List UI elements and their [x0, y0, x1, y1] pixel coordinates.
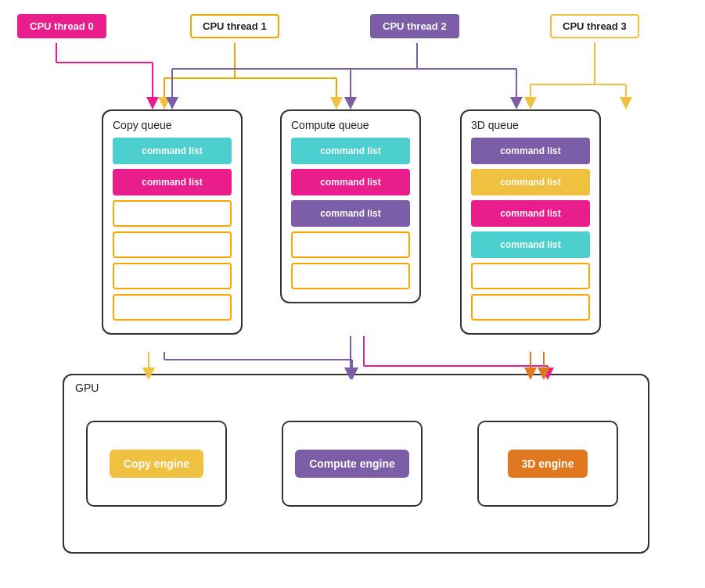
copy-cmd-2: command list	[113, 169, 232, 195]
3d-cmd-3: command list	[471, 200, 590, 227]
3d-cmd-empty-2	[471, 294, 590, 321]
copy-cmd-empty-4	[113, 294, 232, 321]
compute-engine-label: Compute engine	[295, 450, 409, 478]
cpu-thread-1: CPU thread 1	[190, 14, 279, 38]
compute-cmd-3: command list	[291, 200, 410, 227]
compute-engine-box: Compute engine	[282, 421, 423, 507]
compute-cmd-1: command list	[291, 138, 410, 164]
3d-queue: 3D queue command list command list comma…	[460, 109, 601, 335]
copy-cmd-empty-1	[113, 200, 232, 227]
copy-cmd-1: command list	[113, 138, 232, 164]
3d-queue-title: 3D queue	[471, 119, 590, 131]
diagram: CPU thread 0 CPU thread 1 CPU thread 2 C…	[0, 0, 705, 588]
cpu-thread-3: CPU thread 3	[550, 14, 639, 38]
3d-engine-label: 3D engine	[508, 450, 588, 478]
copy-engine-box: Copy engine	[86, 421, 227, 507]
compute-cmd-2: command list	[291, 169, 410, 195]
copy-queue-title: Copy queue	[113, 119, 232, 131]
gpu-label: GPU	[75, 382, 99, 394]
3d-cmd-4: command list	[471, 231, 590, 258]
copy-engine-label: Copy engine	[110, 450, 203, 478]
3d-engine-box: 3D engine	[477, 421, 618, 507]
compute-queue: Compute queue command list command list …	[280, 109, 421, 303]
compute-queue-title: Compute queue	[291, 119, 410, 131]
3d-cmd-empty-1	[471, 263, 590, 289]
3d-cmd-2: command list	[471, 169, 590, 195]
copy-cmd-empty-3	[113, 263, 232, 289]
compute-cmd-empty-2	[291, 263, 410, 289]
cpu-thread-0: CPU thread 0	[17, 14, 106, 38]
cpu-thread-2: CPU thread 2	[370, 14, 459, 38]
3d-cmd-1: command list	[471, 138, 590, 164]
copy-queue: Copy queue command list command list	[102, 109, 243, 335]
copy-cmd-empty-2	[113, 231, 232, 258]
compute-cmd-empty-1	[291, 231, 410, 258]
